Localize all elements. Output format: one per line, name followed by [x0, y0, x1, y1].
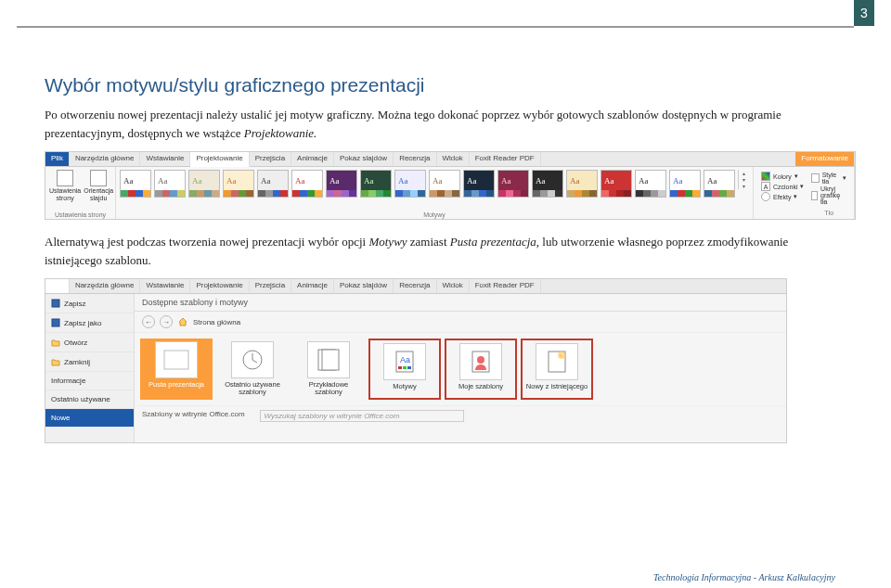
- tab-transitions-2[interactable]: Przejścia: [250, 279, 291, 293]
- theme-swatch[interactable]: Aa: [291, 170, 323, 198]
- menu-open[interactable]: Otwórz: [45, 333, 134, 352]
- tab-format[interactable]: Formatowanie: [795, 152, 855, 166]
- theme-gallery-scroll[interactable]: ▴▾▾: [738, 170, 749, 189]
- theme-swatch[interactable]: Aa: [429, 170, 460, 198]
- officecom-label: Szablony w witrynie Office.com: [142, 410, 245, 422]
- template-themes[interactable]: Aa Motywy: [368, 339, 441, 400]
- tab-slideshow-2[interactable]: Pokaz slajdów: [334, 279, 394, 293]
- paragraph-1: Po otworzeniu nowej prezentacji należy u…: [45, 106, 846, 142]
- tab-view-2[interactable]: Widok: [437, 279, 470, 293]
- theme-swatch[interactable]: Aa: [532, 170, 563, 198]
- save-icon: [51, 299, 60, 308]
- theme-swatch[interactable]: Aa: [326, 170, 357, 198]
- themes-group-label: Motywy: [120, 211, 749, 219]
- theme-swatch[interactable]: Aa: [120, 170, 151, 198]
- theme-swatch[interactable]: Aa: [463, 170, 495, 198]
- theme-swatch[interactable]: Aa: [394, 170, 426, 198]
- tab-transitions[interactable]: Przejścia: [250, 152, 291, 166]
- menu-save-as[interactable]: Zapisz jako: [45, 313, 134, 333]
- paragraph-2-em1: Motywy: [368, 235, 407, 249]
- svg-text:Aa: Aa: [400, 355, 410, 364]
- nav-forward-button[interactable]: →: [160, 315, 173, 328]
- menu-save[interactable]: Zapisz: [45, 294, 134, 313]
- svg-point-14: [558, 352, 565, 359]
- bg-styles-dropdown[interactable]: Style tła ▾: [811, 172, 846, 185]
- paragraph-1-em: Projektowanie.: [244, 126, 317, 140]
- orientation-button[interactable]: Orientacja slajdu: [84, 170, 113, 201]
- tab-foxit-2[interactable]: Foxit Reader PDF: [470, 279, 541, 293]
- paragraph-2: Alternatywą jest podczas tworzenia nowej…: [45, 233, 846, 269]
- theme-swatch[interactable]: Aa: [704, 170, 735, 198]
- theme-swatch[interactable]: Aa: [257, 170, 289, 198]
- effects-dropdown[interactable]: Efekty ▾: [761, 192, 804, 201]
- tab-review-2[interactable]: Recenzja: [394, 279, 436, 293]
- svg-rect-1: [52, 319, 59, 326]
- page-number: 3: [854, 0, 874, 26]
- tab-view[interactable]: Widok: [437, 152, 470, 166]
- template-blank[interactable]: Pusta prezentacja: [140, 339, 213, 400]
- svg-rect-8: [398, 366, 402, 369]
- hide-bg-checkbox[interactable]: Ukryj grafikę tła: [811, 185, 846, 205]
- menu-expand-icon: ▾: [739, 183, 749, 189]
- backstage-menu: Zapisz Zapisz jako Otwórz Zamknij Inform…: [45, 294, 135, 442]
- tab-home-2[interactable]: Narzędzia główne: [70, 279, 141, 293]
- colors-icon: [761, 172, 770, 181]
- theme-swatch[interactable]: Aa: [497, 170, 529, 198]
- blank-presentation-icon: [155, 341, 198, 378]
- tab-review[interactable]: Recenzja: [394, 152, 436, 166]
- theme-swatch[interactable]: Aa: [154, 170, 186, 198]
- colors-dropdown[interactable]: Kolory ▾: [761, 172, 804, 181]
- svg-rect-2: [164, 351, 188, 369]
- theme-swatch[interactable]: Aa: [669, 170, 701, 198]
- page-setup-button[interactable]: Ustawienia strony: [49, 170, 81, 201]
- tab-animations-2[interactable]: Animacje: [291, 279, 334, 293]
- tab-insert-2[interactable]: Wstawianie: [140, 279, 190, 293]
- tab-insert[interactable]: Wstawianie: [140, 152, 190, 166]
- breadcrumb-home[interactable]: Strona główna: [193, 318, 240, 326]
- menu-recent[interactable]: Ostatnio używane: [45, 390, 134, 409]
- fonts-dropdown[interactable]: ACzcionki ▾: [761, 182, 804, 191]
- menu-new[interactable]: Nowe: [45, 409, 134, 428]
- template-my[interactable]: Moje szablony: [445, 339, 517, 400]
- nav-back-button[interactable]: ←: [142, 315, 155, 328]
- tab-design-2[interactable]: Projektowanie: [190, 279, 249, 293]
- template-sample[interactable]: Przykładowe szablony: [292, 339, 365, 400]
- paragraph-2-em2: Pusta prezentacja: [450, 235, 536, 249]
- svg-rect-9: [403, 366, 407, 369]
- theme-swatch[interactable]: Aa: [188, 170, 220, 198]
- theme-swatch[interactable]: Aa: [635, 170, 666, 198]
- page-setup-label1: Ustawienia: [49, 187, 81, 194]
- orientation-label1: Orientacja: [84, 187, 113, 194]
- close-icon: [51, 357, 60, 366]
- officecom-search-input[interactable]: Wyszukaj szablony w witrynie Office.com: [260, 410, 464, 422]
- theme-swatch[interactable]: Aa: [600, 170, 632, 198]
- theme-swatch[interactable]: Aa: [223, 170, 254, 198]
- theme-swatch[interactable]: Aa: [566, 170, 598, 198]
- sample-templates-icon: [307, 341, 350, 378]
- tab-animations[interactable]: Animacje: [291, 152, 334, 166]
- menu-close[interactable]: Zamknij: [45, 352, 134, 372]
- menu-info[interactable]: Informacje: [45, 372, 134, 390]
- page-setup-group-label: Ustawienia strony: [49, 211, 111, 219]
- chevron-up-icon: ▴: [739, 170, 749, 176]
- page-footer: Technologia Informacyjna - Arkusz Kalkul…: [653, 572, 835, 582]
- tab-foxit[interactable]: Foxit Reader PDF: [470, 152, 541, 166]
- ribbon2-tabs: Plik Narzędzia główne Wstawianie Projekt…: [45, 279, 786, 294]
- bg-group-label: Tło: [811, 209, 846, 217]
- effects-icon: [761, 192, 770, 201]
- home-icon: [177, 316, 188, 327]
- tab-slideshow[interactable]: Pokaz slajdów: [334, 152, 394, 166]
- pane-header: Dostępne szablony i motywy: [135, 294, 786, 312]
- pane-breadcrumb: ← → Strona główna: [135, 312, 786, 333]
- template-recent[interactable]: Ostatnio używane szablony: [216, 339, 289, 400]
- fonts-icon: A: [761, 182, 770, 191]
- page-setup-icon: [57, 170, 73, 186]
- template-existing[interactable]: Nowy z istniejącego: [521, 339, 593, 400]
- section-heading: Wybór motywu/stylu graficznego prezentac…: [45, 74, 846, 96]
- tab-design[interactable]: Projektowanie: [190, 152, 249, 167]
- theme-swatch[interactable]: Aa: [360, 170, 392, 198]
- open-icon: [51, 338, 60, 347]
- tab-file-2[interactable]: Plik: [45, 279, 70, 293]
- tab-home[interactable]: Narzędzia główne: [70, 152, 141, 166]
- tab-file[interactable]: Plik: [45, 152, 70, 166]
